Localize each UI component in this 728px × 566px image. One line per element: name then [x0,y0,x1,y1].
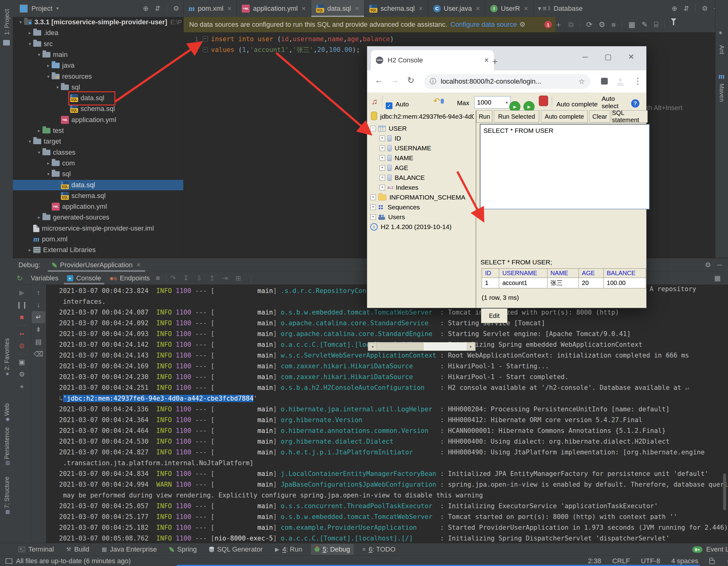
tool-window-button-sql-generator[interactable]: SQL Generator [205,544,266,555]
run-selected-button[interactable]: Run Selected [494,110,539,123]
data-source-properties-icon[interactable]: ⚙ [599,20,605,29]
max-rows-select[interactable]: 1000▾ [474,96,511,109]
view-breakpoints-icon[interactable]: ⊘ [15,340,29,352]
h2-tree-row-users[interactable]: +Users [370,213,405,221]
chevron-right-icon[interactable]: ▸ [36,215,42,220]
address-bar[interactable]: ⓘ localhost:8000/h2-console/login... ☆ [424,74,591,89]
console-scrollbar[interactable] [723,473,726,510]
chevron-down-icon[interactable]: ▾ [17,19,24,25]
down-stack-icon[interactable]: ↓ [32,299,45,311]
status-encoding[interactable]: UTF-8 [641,557,660,565]
chevron-right-icon[interactable]: ▸ [45,161,52,166]
fold-marker-icon[interactable] [203,36,208,42]
tool-stripe-maven[interactable]: Maven [718,78,725,108]
sql-statement-button[interactable]: SQL statement [612,110,648,123]
editor-tab-User-java[interactable]: CUser.java✕ [428,0,486,17]
debug-console[interactable]: 2021-03-07 00:04:23.824 INFO 1100 --- [ … [46,285,728,544]
gear-icon[interactable]: ⚙ [705,261,711,269]
mute-breakpoints-icon[interactable]: ●● [15,327,29,340]
scroll-to-end-icon[interactable]: ⇟ [32,323,45,336]
clear-all-icon[interactable]: ⌫ [32,348,45,360]
tool-stripe-project[interactable]: 1: Project [3,4,10,41]
chevron-down-icon[interactable]: ▾ [26,139,33,144]
pin-icon[interactable]: ⌖ [15,381,29,393]
auto-complete-button[interactable]: Auto complete [541,110,588,123]
editor-tab-schema-sql[interactable]: SQLschema.sql✕ [364,0,428,17]
up-stack-icon[interactable]: ↑ [32,286,45,299]
url-text[interactable]: localhost:8000/h2-console/login... [441,78,541,86]
add-icon[interactable]: ＋ [555,20,562,30]
browser-tab[interactable]: H2 Console ✕ [371,50,494,70]
chevron-down-icon[interactable]: ▾ [45,74,52,79]
run-button[interactable]: Run [476,110,492,123]
tool-window-button-4-run[interactable]: ▶4: Run [271,544,306,555]
expand-icon[interactable]: + [380,165,385,171]
project-tree-row[interactable]: SQLschema.sql [13,191,183,201]
h2-tree-row-sequences[interactable]: +Sequences [370,204,420,211]
h2-tree-row-indexes[interactable]: +a↓zIndexes [380,184,418,191]
expand-icon[interactable]: + [380,155,385,161]
tool-stripe-persistence[interactable]: ▤ Persistence [3,424,10,469]
project-tree-row[interactable]: ▾3.3.1 [microservice-simple-provider-use… [13,17,183,27]
extensions-icon[interactable] [601,78,608,85]
debug-tab-console[interactable]: ▸Console [63,272,105,284]
project-stripe-icon[interactable] [3,40,10,46]
reload-icon[interactable]: ↻ [407,75,414,86]
editor-tab-pom-xml[interactable]: mpom.xml✕ [184,0,237,17]
gear-icon[interactable]: ⚙ [173,5,179,13]
chevron-down-icon[interactable]: ▾ [45,171,52,177]
project-tree-row[interactable]: ▾target [13,136,183,147]
close-icon[interactable]: ✕ [136,262,141,269]
close-icon[interactable]: ✕ [419,5,423,12]
camera-icon[interactable]: ▣ [15,356,29,368]
project-tree-row[interactable]: ▾classes [13,147,183,158]
project-tree-row[interactable]: ▸.idea [13,28,183,38]
edit-button[interactable]: Edit [481,308,507,323]
status-indent[interactable]: 4 spaces [671,557,698,565]
tool-window-button-5-debug[interactable]: 5: Debug [311,544,354,555]
hide-panel-icon[interactable]: ─ [717,261,722,269]
project-tree-row[interactable]: mpom.xml [13,234,183,245]
project-tree-row[interactable]: YMLapplication.yml [13,201,183,212]
history-icon[interactable]: ↶ [433,96,444,106]
project-tree-row[interactable]: ▾resources [13,71,183,82]
scrollbar-thumb[interactable] [377,343,424,350]
stop-icon[interactable]: ■ [611,20,616,29]
clear-button[interactable]: Clear [589,110,610,123]
tool-window-button-java-enterprise[interactable]: ▦Java Enterprise [98,544,161,555]
tool-window-button-build[interactable]: ⚒Build [62,544,93,555]
configure-data-source-link[interactable]: Configure data source [450,21,517,29]
h2-tree-row-h2-1-4-200-2019-10-14-[interactable]: iH2 1.4.200 (2019-10-14) [370,223,452,231]
step-into-icon[interactable]: ↧ [183,274,189,282]
hector-inspector-icon[interactable]: ☺ [726,557,728,565]
h2-tree-row-id[interactable]: +ID [380,135,401,142]
project-tree-row[interactable]: SQLdata.sql [13,180,183,190]
browser-menu-icon[interactable]: ⋮ [634,76,642,86]
rerun-icon[interactable]: ↻ [13,272,26,284]
bookmark-star-icon[interactable]: ☆ [578,77,585,86]
chevron-down-icon[interactable]: ▾ [36,52,42,58]
close-icon[interactable]: ✕ [301,5,306,12]
close-icon[interactable]: ✕ [355,5,359,12]
expand-icon[interactable]: + [370,205,376,210]
close-icon[interactable]: ✕ [227,5,232,12]
stop-icon[interactable]: ■ [15,311,29,323]
close-icon[interactable]: ✕ [524,5,528,12]
info-icon[interactable]: ⓘ [430,77,436,86]
disconnect-icon[interactable]: ♫ [372,97,378,106]
readonly-lock-icon[interactable] [709,560,715,564]
auto-commit-checkbox[interactable]: ✓ [386,102,392,109]
project-tree-row[interactable]: microservice-simple-provider-user.iml [13,223,183,234]
back-icon[interactable]: ← [375,75,383,85]
project-tree-row[interactable]: ▾main [13,50,183,60]
project-tree-row[interactable]: ▸test [13,126,183,136]
chevron-right-icon[interactable]: ▸ [26,247,33,253]
ant-icon[interactable]: ✶ [718,29,723,37]
event-log-button[interactable]: Event Log [706,545,728,553]
step-over-icon[interactable]: ↷ [170,274,176,282]
tool-stripe-2-favorites[interactable]: ★ 2: Favorites [3,334,10,380]
debug-tab-endpoints[interactable]: ◉◎Endpoints [105,272,154,284]
chevron-right-icon[interactable]: ▸ [45,63,52,68]
tool-window-button-spring[interactable]: Spring [165,544,201,555]
collapse-icon[interactable]: − [370,126,376,131]
